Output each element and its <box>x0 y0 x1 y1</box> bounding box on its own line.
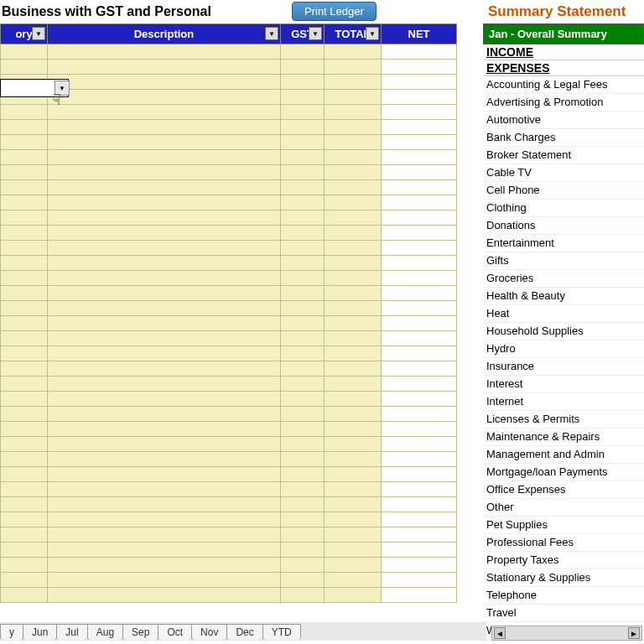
cell[interactable] <box>382 482 457 497</box>
cell[interactable] <box>1 135 48 150</box>
cell[interactable] <box>281 105 325 120</box>
cell[interactable] <box>382 543 457 558</box>
filter-dropdown-icon[interactable]: ▼ <box>309 27 322 40</box>
cell[interactable] <box>1 452 48 467</box>
scroll-right-icon[interactable]: ► <box>628 627 640 639</box>
cell[interactable] <box>382 180 457 195</box>
table-row[interactable] <box>1 543 457 558</box>
cell[interactable] <box>382 331 457 346</box>
cell[interactable] <box>48 497 281 512</box>
table-row[interactable] <box>1 452 457 467</box>
cell[interactable] <box>1 165 48 180</box>
cell[interactable] <box>48 346 281 361</box>
cell[interactable] <box>325 437 382 452</box>
cell[interactable] <box>325 377 382 392</box>
cell[interactable] <box>48 241 281 256</box>
cell[interactable] <box>325 497 382 512</box>
cell[interactable] <box>1 512 48 527</box>
cell[interactable] <box>382 558 457 573</box>
cell[interactable] <box>281 543 325 558</box>
cell[interactable] <box>281 512 325 527</box>
cell[interactable] <box>382 44 457 60</box>
cell[interactable] <box>48 135 281 150</box>
cell[interactable] <box>1 105 48 120</box>
cell[interactable] <box>281 437 325 452</box>
table-row[interactable] <box>1 226 457 241</box>
cell[interactable] <box>382 165 457 180</box>
cell[interactable] <box>48 226 281 241</box>
table-row[interactable] <box>1 361 457 377</box>
table-row[interactable] <box>1 346 457 361</box>
cell[interactable] <box>325 44 382 60</box>
table-row[interactable] <box>1 497 457 512</box>
cell[interactable] <box>48 271 281 286</box>
sheet-tab-nov[interactable]: Nov <box>191 624 227 640</box>
cell[interactable] <box>1 543 48 558</box>
cell[interactable] <box>1 226 48 241</box>
cell[interactable] <box>48 361 281 377</box>
cell[interactable] <box>325 331 382 346</box>
cell[interactable] <box>325 588 382 603</box>
table-row[interactable] <box>1 135 457 150</box>
cell[interactable] <box>382 361 457 377</box>
cell[interactable] <box>382 573 457 588</box>
table-row[interactable] <box>1 437 457 452</box>
cell[interactable] <box>48 44 281 60</box>
cell[interactable] <box>382 256 457 271</box>
cell[interactable] <box>281 135 325 150</box>
cell[interactable] <box>325 543 382 558</box>
cell[interactable] <box>281 241 325 256</box>
table-row[interactable] <box>1 301 457 316</box>
table-row[interactable] <box>1 165 457 180</box>
cell[interactable] <box>281 452 325 467</box>
cell[interactable] <box>382 241 457 256</box>
cell[interactable] <box>1 392 48 407</box>
cell[interactable] <box>1 120 48 135</box>
cell[interactable] <box>281 482 325 497</box>
cell[interactable] <box>325 558 382 573</box>
column-total[interactable]: TOTAL ▼ <box>325 24 382 44</box>
cell[interactable] <box>48 286 281 301</box>
cell[interactable] <box>382 120 457 135</box>
cell[interactable] <box>325 452 382 467</box>
cell[interactable] <box>281 180 325 195</box>
cell[interactable] <box>325 422 382 437</box>
cell[interactable] <box>48 256 281 271</box>
cell[interactable] <box>48 90 281 105</box>
cell[interactable] <box>1 60 48 75</box>
table-row[interactable] <box>1 588 457 603</box>
cell[interactable] <box>325 256 382 271</box>
cell[interactable] <box>325 135 382 150</box>
cell[interactable] <box>48 316 281 331</box>
cell[interactable] <box>1 422 48 437</box>
cell[interactable] <box>1 377 48 392</box>
cell[interactable] <box>281 165 325 180</box>
cell[interactable] <box>325 361 382 377</box>
cell[interactable] <box>48 195 281 210</box>
cell[interactable] <box>48 301 281 316</box>
cell[interactable] <box>281 60 325 75</box>
cell[interactable] <box>48 573 281 588</box>
cell[interactable] <box>1 301 48 316</box>
cell[interactable] <box>1 210 48 226</box>
cell[interactable] <box>325 407 382 422</box>
cell[interactable] <box>325 512 382 527</box>
cell[interactable] <box>1 527 48 543</box>
cell[interactable] <box>1 437 48 452</box>
cell[interactable] <box>325 210 382 226</box>
cell[interactable] <box>48 120 281 135</box>
cell[interactable] <box>325 195 382 210</box>
cell[interactable] <box>1 331 48 346</box>
cell[interactable] <box>382 135 457 150</box>
table-row[interactable] <box>1 210 457 226</box>
cell[interactable] <box>325 527 382 543</box>
table-row[interactable] <box>1 150 457 165</box>
cell[interactable] <box>281 558 325 573</box>
cell[interactable] <box>281 346 325 361</box>
cell[interactable] <box>1 558 48 573</box>
cell[interactable] <box>382 210 457 226</box>
cell[interactable] <box>325 316 382 331</box>
table-row[interactable] <box>1 271 457 286</box>
sheet-tab-ytd[interactable]: YTD <box>262 624 301 640</box>
cell[interactable] <box>325 286 382 301</box>
